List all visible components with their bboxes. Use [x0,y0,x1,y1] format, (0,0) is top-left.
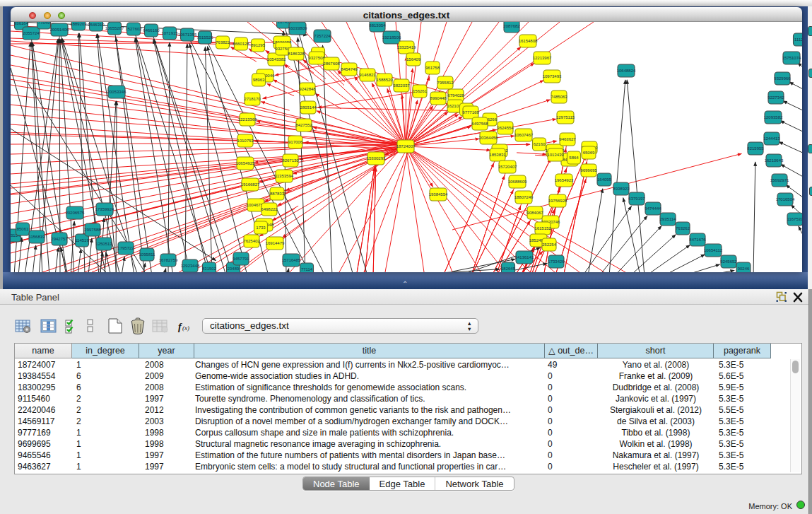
svg-text:9457791: 9457791 [233,257,249,261]
svg-text:18807249: 18807249 [514,195,534,199]
svg-text:1167533: 1167533 [787,217,802,221]
svg-text:6379197: 6379197 [628,197,645,201]
svg-text:1250513: 1250513 [95,242,112,246]
svg-text:5822037: 5822037 [393,83,410,88]
svg-text:8471676: 8471676 [689,238,706,242]
svg-text:15720407: 15720407 [498,165,517,169]
svg-text:20091406: 20091406 [50,28,69,32]
svg-text:10671355: 10671355 [178,33,197,37]
svg-text:1244413: 1244413 [763,136,780,141]
svg-text:5864: 5864 [569,156,579,160]
svg-text:10655287: 10655287 [105,26,124,30]
svg-text:1013439: 1013439 [547,153,564,157]
svg-text:77549: 77549 [38,22,50,25]
svg-text:16782759: 16782759 [159,258,178,262]
svg-text:15716485: 15716485 [282,258,301,262]
svg-text:16210643: 16210643 [765,158,784,163]
svg-text:19218506: 19218506 [382,35,401,40]
svg-text:8215955: 8215955 [747,146,764,151]
svg-text:17359924: 17359924 [95,207,114,211]
svg-text:9699695: 9699695 [580,168,597,173]
svg-text:9546310: 9546310 [88,23,105,27]
svg-text:2997588: 2997588 [84,228,101,232]
svg-text:10654925: 10654925 [236,161,255,165]
svg-text:18724007: 18724007 [396,144,416,148]
svg-text:164095: 164095 [597,177,612,182]
svg-text:16745: 16745 [278,22,290,24]
svg-text:8660128: 8660128 [233,42,249,46]
svg-text:10543382: 10543382 [267,57,286,62]
svg-text:19756928: 19756928 [548,199,567,203]
svg-text:10648824: 10648824 [617,69,636,73]
svg-text:16914479: 16914479 [266,241,285,245]
svg-text:2942757: 2942757 [51,237,68,241]
svg-text:8186328: 8186328 [288,52,305,56]
svg-text:1795722: 1795722 [117,246,134,250]
svg-text:1733: 1733 [256,226,266,230]
svg-text:936164: 936164 [14,22,29,25]
svg-text:7955812: 7955812 [437,81,454,85]
svg-text:8938923: 8938923 [613,187,630,191]
svg-text:2718170: 2718170 [244,97,261,101]
svg-text:7485063: 7485063 [551,95,567,99]
svg-text:(x): (x) [182,325,189,332]
svg-text:12923448: 12923448 [181,264,200,268]
svg-text:831502: 831502 [202,267,217,271]
svg-text:156261: 156261 [413,89,428,93]
svg-text:20489: 20489 [228,267,240,271]
svg-text:1615152: 1615152 [534,226,551,230]
svg-text:1071915: 1071915 [161,31,178,35]
svg-text:12213967: 12213967 [533,56,552,60]
svg-text:15300293: 15300293 [367,156,386,160]
svg-text:19384554: 19384554 [429,192,448,197]
svg-text:12213369: 12213369 [238,117,257,122]
svg-text:9242848: 9242848 [299,87,316,91]
svg-text:6497568: 6497568 [471,122,488,126]
svg-text:16154808: 16154808 [519,39,538,43]
svg-text:9327508: 9327508 [308,56,325,60]
svg-text:10688609: 10688609 [508,180,527,184]
svg-text:1853831: 1853831 [489,153,506,157]
svg-text:8267130: 8267130 [282,158,299,163]
svg-text:7357224: 7357224 [314,34,331,38]
svg-text:9146821: 9146821 [359,73,376,77]
svg-text:11353594: 11353594 [275,174,294,178]
svg-text:77114: 77114 [301,267,313,271]
svg-text:9463627: 9463627 [559,137,576,141]
svg-text:1156819: 1156819 [29,235,46,239]
svg-text:891295: 891295 [251,43,266,47]
svg-text:252254: 252254 [542,243,557,247]
svg-text:6498222: 6498222 [261,207,278,211]
svg-text:6794028: 6794028 [447,93,464,98]
svg-text:2803144: 2803144 [300,105,317,110]
svg-text:9227342: 9227342 [767,95,784,100]
svg-text:65069: 65069 [583,151,595,155]
svg-text:763822: 763822 [216,40,230,45]
svg-text:2935114: 2935114 [660,217,677,221]
svg-text:6466160: 6466160 [143,28,160,33]
svg-text:11124: 11124 [794,37,802,42]
svg-text:1095811: 1095811 [139,252,156,257]
svg-text:20364456: 20364456 [479,136,498,140]
svg-text:9329966: 9329966 [774,76,791,81]
svg-text:1889203: 1889203 [70,22,87,26]
svg-text:2867608: 2867608 [323,62,340,66]
svg-text:19166827: 19166827 [241,182,260,187]
svg-text:15692971: 15692971 [770,178,789,182]
svg-text:9084067: 9084067 [526,211,543,215]
svg-text:10607467: 10607467 [514,133,534,137]
svg-text:20053346: 20053346 [107,90,126,94]
svg-text:90246: 90246 [738,267,750,271]
svg-text:10973493: 10973493 [543,74,562,78]
svg-text:62160: 62160 [534,142,546,146]
svg-text:7515526: 7515526 [196,35,213,40]
svg-text:9777169: 9777169 [462,110,479,115]
svg-text:2087682: 2087682 [503,24,520,28]
svg-text:1733426: 1733426 [548,259,565,264]
svg-text:12093582: 12093582 [764,115,783,119]
svg-text:8454749: 8454749 [341,67,358,71]
svg-text:8427552: 8427552 [295,123,312,127]
svg-text:9474444: 9474444 [645,206,661,211]
svg-text:10654112: 10654112 [704,248,723,252]
svg-text:887833: 887833 [270,192,285,196]
